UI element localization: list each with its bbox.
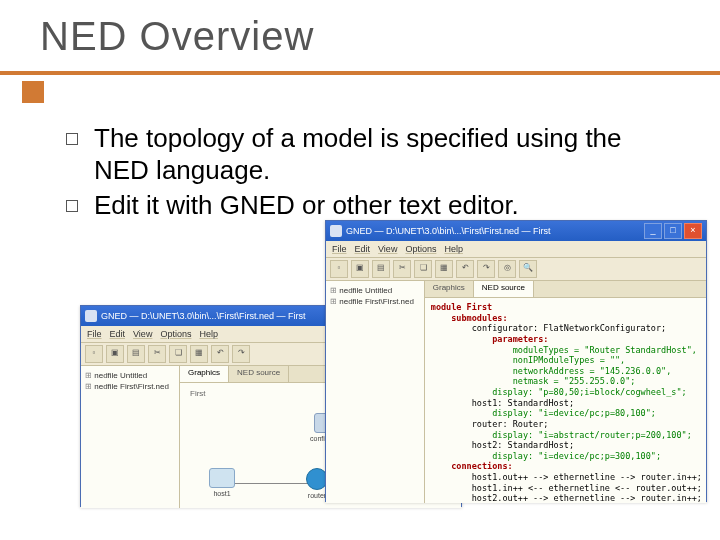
editor-tabs: Graphics NED source xyxy=(425,281,706,298)
bullet-marker-icon xyxy=(66,133,78,145)
app-icon xyxy=(85,310,97,322)
ned-line: host2: StandardHost; xyxy=(431,440,574,450)
redo-icon[interactable]: ↷ xyxy=(232,345,250,363)
toolbar: ▫ ▣ ▤ ✂ ❏ ▦ ↶ ↷ ◎ 🔍 xyxy=(326,258,706,281)
tab-graphics[interactable]: Graphics xyxy=(180,366,229,382)
ned-line: host1: StandardHost; xyxy=(431,398,574,408)
menu-options[interactable]: Options xyxy=(405,244,436,254)
undo-icon[interactable]: ↶ xyxy=(211,345,229,363)
paste-icon[interactable]: ▦ xyxy=(435,260,453,278)
tab-nedsource[interactable]: NED source xyxy=(229,366,289,382)
menu-view[interactable]: View xyxy=(378,244,397,254)
bullet-1: The topology of a model is specified usi… xyxy=(64,123,660,186)
ned-line: router: Router; xyxy=(431,419,549,429)
tree-item[interactable]: nedfile Untitled xyxy=(85,370,175,381)
menu-help[interactable]: Help xyxy=(199,329,218,339)
slide-title: NED Overview xyxy=(40,14,720,59)
ned-line: connections: xyxy=(431,461,513,471)
bullet-2: Edit it with GNED or other text editor. xyxy=(64,190,660,222)
tree-item[interactable]: nedfile First\First.ned xyxy=(330,296,420,307)
redo-icon[interactable]: ↷ xyxy=(477,260,495,278)
minimize-button[interactable]: _ xyxy=(644,223,662,239)
tab-nedsource[interactable]: NED source xyxy=(474,281,534,297)
pc-icon xyxy=(209,468,235,488)
app-icon xyxy=(330,225,342,237)
node-label: host1 xyxy=(205,490,239,497)
accent-square xyxy=(22,81,44,103)
screenshots-area: GNED — D:\UNET\3.0\bin\...\First\First.n… xyxy=(0,240,720,540)
ned-line: host1.in++ <-- ethernetline <-- router.o… xyxy=(431,483,702,493)
menu-options[interactable]: Options xyxy=(160,329,191,339)
titlebar-buttons: _ □ × xyxy=(644,223,702,239)
ned-line: parameters: xyxy=(431,334,549,344)
ned-line: display: "i=device/pc;p=80,100"; xyxy=(431,408,656,418)
ned-line: submodules: xyxy=(431,313,508,323)
menu-edit[interactable]: Edit xyxy=(355,244,371,254)
ned-line: module First xyxy=(431,302,492,312)
menu-file[interactable]: File xyxy=(332,244,347,254)
new-icon[interactable]: ▫ xyxy=(85,345,103,363)
ned-line: moduleTypes = "Router StandardHost", xyxy=(431,345,697,355)
ned-line: nonIPModuleTypes = "", xyxy=(431,355,625,365)
maximize-button[interactable]: □ xyxy=(664,223,682,239)
save-icon[interactable]: ▤ xyxy=(372,260,390,278)
locate-icon[interactable]: ◎ xyxy=(498,260,516,278)
ned-line: networkAddress = "145.236.0.0", xyxy=(431,366,672,376)
cut-icon[interactable]: ✂ xyxy=(148,345,166,363)
open-icon[interactable]: ▣ xyxy=(351,260,369,278)
ned-line: host2.out++ --> ethernetline --> router.… xyxy=(431,493,702,503)
menubar: File Edit View Options Help xyxy=(326,241,706,258)
body-area: The topology of a model is specified usi… xyxy=(0,75,720,222)
copy-icon[interactable]: ❏ xyxy=(169,345,187,363)
titlebar: GNED — D:\UNET\3.0\bin\...\First\First.n… xyxy=(326,221,706,241)
cut-icon[interactable]: ✂ xyxy=(393,260,411,278)
undo-icon[interactable]: ↶ xyxy=(456,260,474,278)
menu-edit[interactable]: Edit xyxy=(110,329,126,339)
ned-line: netmask = "255.255.0.0"; xyxy=(431,376,636,386)
bullet-1-text: The topology of a model is specified usi… xyxy=(94,123,622,185)
copy-icon[interactable]: ❏ xyxy=(414,260,432,278)
ned-line: configurator: FlatNetworkConfigurator; xyxy=(431,323,666,333)
new-icon[interactable]: ▫ xyxy=(330,260,348,278)
close-button[interactable]: × xyxy=(684,223,702,239)
ned-line: display: "i=device/pc;p=300,100"; xyxy=(431,451,661,461)
menu-file[interactable]: File xyxy=(87,329,102,339)
tree-item[interactable]: nedfile First\First.ned xyxy=(85,381,175,392)
ned-line: display: "p=80,50;i=block/cogwheel_s"; xyxy=(431,387,687,397)
bullet-marker-icon xyxy=(66,200,78,212)
tree-pane: nedfile Untitled nedfile First\First.ned xyxy=(81,366,180,508)
bullet-list: The topology of a model is specified usi… xyxy=(64,123,660,222)
title-area: NED Overview xyxy=(0,0,720,75)
paste-icon[interactable]: ▦ xyxy=(190,345,208,363)
tree-item[interactable]: nedfile Untitled xyxy=(330,285,420,296)
ned-line: host1.out++ --> ethernetline --> router.… xyxy=(431,472,702,482)
canvas-label: First xyxy=(190,389,206,398)
search-icon[interactable]: 🔍 xyxy=(519,260,537,278)
content-row: nedfile Untitled nedfile First\First.ned… xyxy=(326,281,706,503)
main-pane: Graphics NED source module First submodu… xyxy=(425,281,706,503)
tab-graphics[interactable]: Graphics xyxy=(425,281,474,297)
ned-line: display: "i=abstract/router;p=200,100"; xyxy=(431,430,692,440)
window-title: GNED — D:\UNET\3.0\bin\...\First\First.n… xyxy=(346,226,644,236)
tree-pane: nedfile Untitled nedfile First\First.ned xyxy=(326,281,425,503)
gned-window-source: GNED — D:\UNET\3.0\bin\...\First\First.n… xyxy=(325,220,707,502)
menu-help[interactable]: Help xyxy=(444,244,463,254)
ned-source-editor[interactable]: module First submodules: configurator: F… xyxy=(425,298,706,503)
bullet-2-text: Edit it with GNED or other text editor. xyxy=(94,190,519,220)
open-icon[interactable]: ▣ xyxy=(106,345,124,363)
slide: NED Overview The topology of a model is … xyxy=(0,0,720,540)
menu-view[interactable]: View xyxy=(133,329,152,339)
node-host1[interactable]: host1 xyxy=(205,468,239,497)
save-icon[interactable]: ▤ xyxy=(127,345,145,363)
